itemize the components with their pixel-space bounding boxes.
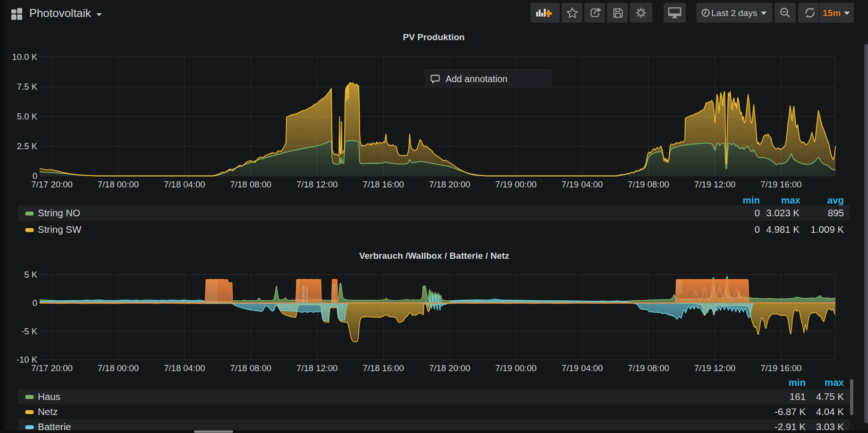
svg-text:7/19 00:00: 7/19 00:00 bbox=[495, 179, 536, 189]
svg-text:5 K: 5 K bbox=[24, 270, 37, 280]
svg-text:max: max bbox=[825, 377, 844, 388]
svg-text:7/19 16:00: 7/19 16:00 bbox=[760, 363, 801, 373]
svg-text:-5 K: -5 K bbox=[21, 326, 38, 336]
svg-text:7/17 20:00: 7/17 20:00 bbox=[31, 363, 72, 373]
svg-text:Last 2 days: Last 2 days bbox=[711, 8, 757, 18]
svg-text:7.5 K: 7.5 K bbox=[17, 82, 38, 92]
svg-text:7/17 20:00: 7/17 20:00 bbox=[31, 179, 72, 189]
svg-text:String NO: String NO bbox=[38, 207, 80, 218]
svg-text:Add annotation: Add annotation bbox=[446, 74, 507, 84]
svg-text:7/18 08:00: 7/18 08:00 bbox=[230, 363, 271, 373]
svg-text:3.023 K: 3.023 K bbox=[766, 207, 800, 218]
svg-text:7/18 00:00: 7/18 00:00 bbox=[98, 179, 139, 189]
svg-text:Verbrauch /Wallbox / Batterie: Verbrauch /Wallbox / Batterie / Netz bbox=[359, 251, 509, 261]
svg-text:4.04 K: 4.04 K bbox=[816, 406, 844, 417]
svg-text:Haus: Haus bbox=[38, 391, 60, 402]
svg-text:Photovoltaik: Photovoltaik bbox=[29, 7, 92, 19]
svg-text:7/18 20:00: 7/18 20:00 bbox=[429, 179, 470, 189]
svg-text:max: max bbox=[781, 195, 801, 205]
svg-text:7/18 12:00: 7/18 12:00 bbox=[296, 179, 337, 189]
svg-text:4.75 K: 4.75 K bbox=[816, 391, 844, 402]
svg-text:5.0 K: 5.0 K bbox=[17, 111, 38, 121]
svg-text:7/19 16:00: 7/19 16:00 bbox=[760, 179, 801, 189]
svg-text:1.009 K: 1.009 K bbox=[810, 224, 844, 235]
svg-text:895: 895 bbox=[828, 207, 844, 218]
svg-text:PV Produktion: PV Produktion bbox=[403, 32, 465, 42]
svg-text:0: 0 bbox=[33, 298, 37, 308]
svg-text:0: 0 bbox=[755, 207, 760, 218]
svg-text:10.0 K: 10.0 K bbox=[12, 52, 38, 62]
svg-text:7/19 12:00: 7/19 12:00 bbox=[694, 363, 735, 373]
svg-text:avg: avg bbox=[827, 195, 844, 205]
svg-text:7/18 16:00: 7/18 16:00 bbox=[362, 363, 404, 373]
svg-text:Netz: Netz bbox=[38, 406, 58, 417]
svg-text:0: 0 bbox=[755, 224, 760, 235]
svg-text:4.981 K: 4.981 K bbox=[766, 224, 800, 235]
svg-text:7/18 20:00: 7/18 20:00 bbox=[429, 363, 470, 373]
svg-text:2.5 K: 2.5 K bbox=[17, 141, 38, 151]
svg-text:min: min bbox=[789, 377, 806, 388]
svg-text:7/18 16:00: 7/18 16:00 bbox=[362, 179, 404, 189]
svg-text:7/18 00:00: 7/18 00:00 bbox=[98, 363, 139, 373]
svg-text:-6.87 K: -6.87 K bbox=[775, 406, 806, 417]
svg-text:7/19 00:00: 7/19 00:00 bbox=[495, 363, 536, 373]
svg-text:7/18 08:00: 7/18 08:00 bbox=[230, 179, 271, 189]
svg-text:7/18 04:00: 7/18 04:00 bbox=[164, 363, 205, 373]
svg-text:7/19 04:00: 7/19 04:00 bbox=[562, 179, 603, 189]
svg-text:7/19 04:00: 7/19 04:00 bbox=[562, 363, 603, 373]
svg-text:161: 161 bbox=[790, 391, 806, 402]
svg-text:15m: 15m bbox=[823, 8, 841, 18]
svg-text:7/19 12:00: 7/19 12:00 bbox=[694, 179, 735, 189]
svg-text:7/18 12:00: 7/18 12:00 bbox=[296, 363, 337, 373]
svg-text:7/19 08:00: 7/19 08:00 bbox=[628, 179, 669, 189]
svg-text:7/18 04:00: 7/18 04:00 bbox=[164, 179, 205, 189]
svg-text:min: min bbox=[743, 195, 760, 205]
svg-text:String SW: String SW bbox=[38, 224, 82, 235]
svg-text:7/19 08:00: 7/19 08:00 bbox=[628, 363, 669, 373]
